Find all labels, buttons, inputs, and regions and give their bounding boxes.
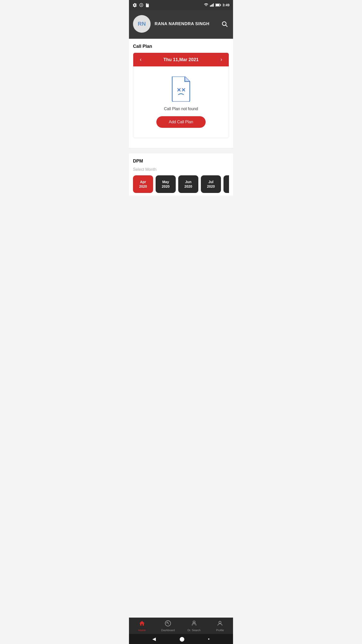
search-button[interactable]: [220, 19, 229, 28]
sd-card-icon: [146, 3, 150, 7]
status-icons-right: 3:49: [204, 3, 230, 7]
call-plan-title: Call Plan: [133, 44, 229, 49]
month-chip-may-2020[interactable]: May2020: [156, 175, 176, 193]
add-call-plan-button[interactable]: Add Call Plan: [156, 116, 206, 128]
section-divider: [129, 148, 233, 148]
svg-rect-3: [147, 3, 148, 4]
svg-rect-10: [216, 4, 219, 6]
call-plan-date: Thu 11,Mar 2021: [163, 57, 199, 62]
month-chip-aug-2020[interactable]: Aug2020: [223, 175, 229, 193]
svg-rect-6: [211, 5, 212, 7]
dpm-title: DPM: [133, 158, 229, 164]
wifi-icon: [204, 3, 208, 7]
svg-rect-4: [148, 4, 149, 4]
gear-icon: [132, 3, 137, 7]
svg-rect-11: [220, 4, 221, 6]
select-month-label: Select Month: [133, 167, 229, 172]
svg-rect-8: [213, 4, 214, 7]
svg-line-13: [226, 25, 227, 27]
month-scroll-list: Apr2020May2020Jun2020Jul2020Aug2020: [133, 175, 229, 195]
next-date-button[interactable]: ›: [219, 56, 224, 63]
avatar[interactable]: RN: [133, 15, 151, 33]
svg-rect-5: [210, 6, 211, 7]
month-chip-apr-2020[interactable]: Apr2020: [133, 175, 153, 193]
call-plan-date-header: ‹ Thu 11,Mar 2021 ›: [133, 53, 229, 66]
call-plan-empty-message: Call Plan not found: [164, 107, 198, 111]
time-display: 3:49: [222, 3, 230, 7]
dpm-section: DPM Select Month Apr2020May2020Jun2020Ju…: [129, 153, 233, 195]
month-chip-jun-2020[interactable]: Jun2020: [178, 175, 198, 193]
empty-state-icon: [170, 76, 192, 102]
call-plan-section: Call Plan ‹ Thu 11,Mar 2021 ›: [133, 44, 229, 138]
user-name: RANA NARENDRA SINGH: [155, 21, 216, 26]
signal-icon: [210, 3, 214, 7]
battery-icon: [215, 4, 221, 7]
call-plan-body: Call Plan not found Add Call Plan: [133, 66, 229, 138]
main-content: Call Plan ‹ Thu 11,Mar 2021 ›: [129, 39, 233, 148]
search-icon: [221, 21, 228, 27]
prev-date-button[interactable]: ‹: [138, 56, 143, 63]
status-bar: 3:49: [129, 0, 233, 10]
app-header: RN RANA NARENDRA SINGH: [129, 10, 233, 39]
svg-rect-7: [212, 4, 213, 7]
call-plan-card: ‹ Thu 11,Mar 2021 ›: [133, 53, 229, 138]
status-icons-left: [132, 3, 150, 7]
svg-point-1: [141, 4, 142, 6]
circle-icon: [139, 3, 144, 7]
svg-rect-2: [147, 3, 147, 4]
month-chip-jul-2020[interactable]: Jul2020: [201, 175, 221, 193]
